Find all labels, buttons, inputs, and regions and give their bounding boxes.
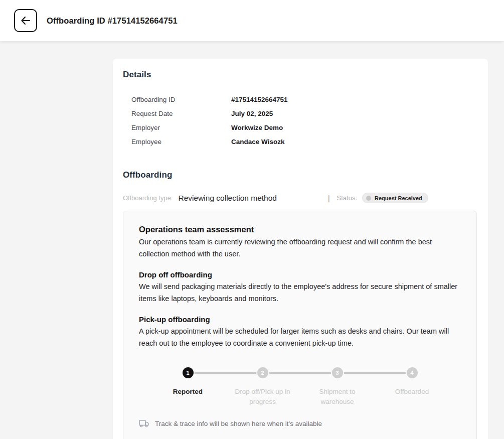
back-button[interactable] <box>14 9 37 32</box>
details-heading: Details <box>123 70 478 80</box>
detail-value: July 02, 2025 <box>231 110 273 117</box>
detail-label: Request Date <box>131 110 231 117</box>
offboarding-heading: Offboarding <box>123 170 478 180</box>
drop-off-description: We will send packaging materials directl… <box>139 280 461 305</box>
progress-stepper: 1 Reported 2 Drop off/Pick up in progres… <box>150 367 449 407</box>
pick-up-section: Pick-up offboarding A pick-up appointmen… <box>139 315 461 349</box>
truck-icon <box>139 419 149 428</box>
status-badge-text: Request Received <box>375 195 422 201</box>
offboarding-detail-card: Details Offboarding ID #17514152664751 R… <box>113 59 488 439</box>
assessment-panel: Operations team assessment Our operation… <box>123 211 477 439</box>
track-trace-row: Track & trace info will be shown here wh… <box>139 419 461 428</box>
offboarding-meta-row: Offboarding type: Reviewing collection m… <box>123 193 478 203</box>
step-circle: 1 <box>183 367 194 378</box>
detail-row-request-date: Request Date July 02, 2025 <box>131 106 478 120</box>
step-label: Shipment to warehouse <box>300 387 375 407</box>
status-badge: Request Received <box>362 193 428 203</box>
detail-row-employee: Employee Candace Wisozk <box>131 134 478 149</box>
step-circle: 3 <box>332 367 343 378</box>
status-label: Status: <box>337 194 357 202</box>
detail-label: Employee <box>131 138 231 145</box>
drop-off-section: Drop off offboarding We will send packag… <box>139 270 461 305</box>
pick-up-description: A pick-up appointment will be scheduled … <box>139 325 461 349</box>
detail-row-offboarding-id: Offboarding ID #17514152664751 <box>131 92 478 106</box>
detail-row-employer: Employer Workwize Demo <box>131 120 478 134</box>
status-dot-icon <box>366 196 371 201</box>
assessment-description: Our operations team is currently reviewi… <box>139 236 461 260</box>
page-title: Offboarding ID #17514152664751 <box>47 16 178 26</box>
back-arrow-icon <box>20 15 32 27</box>
drop-off-title: Drop off offboarding <box>139 270 461 279</box>
details-rows: Offboarding ID #17514152664751 Request D… <box>131 92 478 149</box>
assessment-title: Operations team assessment <box>139 225 461 234</box>
meta-separator: | <box>328 194 330 202</box>
offboarding-type-label: Offboarding type: <box>123 194 173 202</box>
step-label: Offboarded <box>390 387 434 397</box>
top-bar: Offboarding ID #17514152664751 <box>0 0 504 41</box>
detail-label: Employer <box>131 124 231 131</box>
step-label: Reported <box>168 387 208 397</box>
track-trace-text: Track & trace info will be shown here wh… <box>155 420 322 427</box>
pick-up-title: Pick-up offboarding <box>139 315 461 324</box>
detail-label: Offboarding ID <box>131 96 231 103</box>
step-circle: 4 <box>407 367 418 378</box>
offboarding-type-value: Reviewing collection method <box>179 194 277 203</box>
detail-value: #17514152664751 <box>231 96 288 103</box>
detail-value: Candace Wisozk <box>231 138 284 145</box>
step-label: Drop off/Pick up in progress <box>225 387 300 407</box>
step-offboarded: 4 Offboarded <box>375 367 449 407</box>
detail-value: Workwize Demo <box>231 124 283 131</box>
step-circle: 2 <box>257 367 268 378</box>
